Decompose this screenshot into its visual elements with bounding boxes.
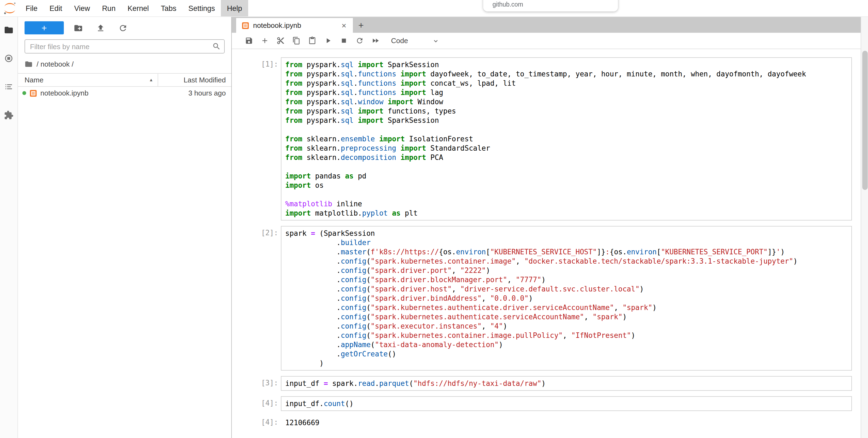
column-header-name[interactable]: Name ▲ [18, 74, 158, 86]
sort-ascending-icon: ▲ [149, 78, 153, 82]
menu-item-file[interactable]: File [20, 0, 43, 17]
code-line: .appName("taxi-data-anomaly-detection") [285, 340, 847, 349]
copy-icon [292, 36, 301, 45]
extension-manager-icon[interactable] [2, 109, 15, 122]
tab-notebook[interactable]: notebook.ipynb × [236, 18, 353, 33]
input-prompt: [4]: [246, 396, 281, 411]
code-line: .builder [285, 238, 847, 247]
file-list-header: Name ▲ Last Modified [18, 73, 231, 87]
scissors-icon [277, 36, 285, 45]
run-icon [324, 36, 332, 45]
code-cell: [3]:input_df = spark.read.parquet("hdfs:… [246, 376, 851, 391]
code-line: .master(f'k8s://https://{os.environ["KUB… [285, 247, 847, 257]
menu-item-edit[interactable]: Edit [43, 0, 68, 17]
column-header-last-modified[interactable]: Last Modified [158, 74, 231, 86]
file-modified: 3 hours ago [160, 89, 226, 97]
code-line: .config("spark.driver.host", "driver-ser… [285, 284, 847, 294]
notebook-toolbar: Code [232, 33, 868, 49]
breadcrumb-path: / notebook / [36, 60, 74, 68]
table-of-contents-icon[interactable] [2, 80, 15, 93]
upload-icon [96, 23, 105, 32]
popup-site-label: github.com [493, 1, 523, 8]
input-prompt: [1]: [246, 57, 281, 221]
new-folder-button[interactable] [67, 21, 89, 34]
search-icon [212, 42, 221, 53]
file-filter [25, 39, 225, 54]
input-prompt: [2]: [246, 226, 281, 371]
cell-type-dropdown[interactable]: Code [391, 36, 440, 45]
code-line: from pyspark.sql.functions import dayofw… [285, 69, 847, 79]
code-cell: [4]:input_df.count() [246, 396, 851, 411]
code-line: import os [285, 181, 847, 190]
tab-label: notebook.ipynb [253, 21, 301, 29]
running-kernels-icon[interactable] [2, 52, 15, 65]
upload-button[interactable] [89, 21, 112, 34]
code-line: .config("spark.kubernetes.authenticate.s… [285, 312, 847, 321]
file-row[interactable]: notebook.ipynb 3 hours ago [18, 87, 231, 99]
new-launcher-button[interactable]: + [25, 21, 64, 34]
cell-code-editor[interactable]: input_df.count() [281, 396, 851, 411]
code-cell: [1]:from pyspark.sql import SparkSession… [246, 57, 851, 221]
vertical-scrollbar[interactable] [860, 17, 868, 438]
file-browser-tab-icon[interactable] [2, 24, 15, 36]
notebook-tab-icon [242, 22, 249, 29]
menu-item-settings[interactable]: Settings [182, 0, 221, 17]
output-prompt: [4]: [246, 415, 281, 430]
filter-files-input[interactable] [25, 39, 225, 54]
code-line: .getOrCreate() [285, 349, 847, 358]
menu-item-run[interactable]: Run [96, 0, 122, 17]
menu-item-tabs[interactable]: Tabs [155, 0, 182, 17]
code-line: .config("spark.driver.bindAddress", "0.0… [285, 294, 847, 303]
menu-item-view[interactable]: View [68, 0, 96, 17]
copy-cells-button[interactable] [288, 34, 304, 48]
code-line: .config("spark.driver.port", "2222") [285, 266, 847, 275]
cell-code-editor[interactable]: spark = (SparkSession .builder .master(f… [281, 226, 851, 371]
menu-bar: File Edit View Run Kernel Tabs Settings … [0, 0, 868, 17]
name-column-label: Name [25, 76, 43, 84]
stop-icon [340, 36, 348, 45]
run-cell-button[interactable] [320, 34, 336, 48]
code-line: from pyspark.sql.functions import concat… [285, 79, 847, 88]
browser-permission-popup: github.com [483, 0, 618, 11]
cut-cells-button[interactable] [273, 34, 288, 48]
menu-item-kernel[interactable]: Kernel [122, 0, 155, 17]
code-line: 12106669 [285, 418, 851, 427]
code-line: .config("spark.kubernetes.container.imag… [285, 331, 847, 340]
restart-run-all-button[interactable] [368, 34, 383, 48]
new-tab-button[interactable]: + [353, 18, 369, 33]
interrupt-kernel-button[interactable] [336, 34, 352, 48]
home-folder-icon[interactable] [25, 60, 33, 68]
code-line: spark = (SparkSession [285, 229, 847, 238]
refresh-icon [118, 23, 128, 32]
restart-icon [355, 36, 364, 45]
insert-cell-button[interactable] [257, 34, 273, 48]
code-line: from pyspark.sql import SparkSession [285, 116, 847, 125]
code-line: ) [285, 358, 847, 368]
save-button[interactable] [241, 34, 257, 48]
notebook-content: [1]:from pyspark.sql import SparkSession… [232, 49, 868, 438]
cell-code-editor[interactable]: input_df = spark.read.parquet("hdfs://hd… [281, 376, 851, 391]
chevron-down-icon [432, 37, 440, 45]
workspace: + [0, 17, 868, 438]
paste-cells-button[interactable] [304, 34, 320, 48]
code-line: input_df.count() [285, 399, 847, 408]
code-line: input_df = spark.read.parquet("hdfs://hd… [285, 379, 847, 388]
scrollbar-thumb[interactable] [862, 51, 867, 190]
plus-icon [261, 36, 269, 45]
code-line: from sklearn.decomposition import PCA [285, 153, 847, 162]
jupyterlab-window: File Edit View Run Kernel Tabs Settings … [0, 0, 868, 438]
restart-kernel-button[interactable] [352, 34, 368, 48]
code-line: .config("spark.driver.blockManager.port"… [285, 275, 847, 284]
file-browser-toolbar: + [18, 17, 231, 37]
menu-item-help[interactable]: Help [221, 0, 248, 17]
refresh-file-list-button[interactable] [112, 21, 134, 34]
code-line [285, 125, 847, 134]
cell-code-editor[interactable]: from pyspark.sql import SparkSessionfrom… [281, 57, 851, 221]
main-dock-panel: notebook.ipynb × + Code [232, 17, 868, 438]
code-line: from sklearn.ensemble import IsolationFo… [285, 134, 847, 144]
input-prompt: [3]: [246, 376, 281, 391]
breadcrumb[interactable]: / notebook / [18, 57, 231, 73]
file-browser-panel: + [18, 17, 232, 438]
code-line: from pyspark.sql.functions import lag [285, 88, 847, 97]
close-tab-icon[interactable]: × [340, 21, 347, 30]
